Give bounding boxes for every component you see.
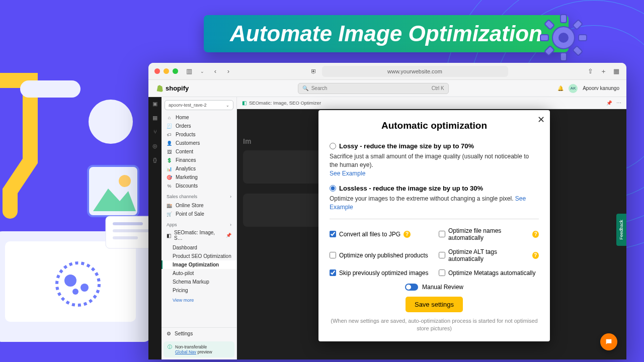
toggle-switch[interactable] xyxy=(405,284,418,291)
svg-point-3 xyxy=(64,275,76,287)
chevron-right-icon[interactable]: › xyxy=(230,194,231,199)
sidebar-item-products[interactable]: 🏷Products xyxy=(162,130,236,139)
svg-rect-6 xyxy=(88,166,138,216)
chat-button[interactable] xyxy=(600,333,617,350)
svg-rect-8 xyxy=(20,80,80,98)
svg-point-2 xyxy=(57,263,99,305)
user-name[interactable]: Apoorv kanungo xyxy=(583,85,619,91)
help-icon[interactable]: ? xyxy=(404,231,411,238)
divider xyxy=(330,219,539,219)
gear-icon: ⚙ xyxy=(167,331,171,336)
help-icon[interactable]: ? xyxy=(532,231,539,238)
app-canvas: Im ✕ Automatic optimization Lossy - redu… xyxy=(237,109,626,359)
sidebar-app-pinned[interactable]: ◧ SEOmatic: Image, S… 📌 xyxy=(162,228,236,242)
chevron-down-icon: ⌄ xyxy=(226,103,229,108)
check-alt-tags[interactable]: Optimize ALT tags automatically? xyxy=(439,248,539,262)
svg-rect-1 xyxy=(5,241,136,322)
help-icon[interactable]: ? xyxy=(532,252,539,259)
rail-target-icon[interactable]: ◎ xyxy=(151,142,158,149)
option-lossy[interactable]: Lossy - reduce the image size by up to 7… xyxy=(330,142,539,177)
pin-icon[interactable]: 📌 xyxy=(226,233,231,238)
sidebar: apoorv-test_rave-2 ⌄ ⌂Home🧾Orders🏷Produc… xyxy=(162,97,237,359)
sidebar-item-content[interactable]: 🖼Content xyxy=(162,147,236,156)
radio-lossy[interactable] xyxy=(330,143,336,149)
icon-rail: ▣ ▦ ⑂ ◎ {} xyxy=(148,97,162,359)
modal-title: Automatic optimization xyxy=(330,120,539,131)
radio-lossless[interactable] xyxy=(330,185,336,192)
check-skip-optimized[interactable]: Skip previously optimized images xyxy=(330,269,430,277)
svg-point-7 xyxy=(119,175,131,187)
sidebar-item-customers[interactable]: 👤Customers xyxy=(162,139,236,147)
shield-icon[interactable]: ⛨ xyxy=(311,68,317,75)
search-icon: 🔍 xyxy=(302,85,308,91)
sales-channels-header: Sales channels xyxy=(167,194,197,199)
sidebar-item-orders[interactable]: 🧾Orders xyxy=(162,122,236,130)
option-lossless[interactable]: Lossless - reduce the image size by up t… xyxy=(330,185,539,212)
more-icon[interactable]: ⋯ xyxy=(616,100,621,106)
view-more-link[interactable]: View more xyxy=(162,296,236,305)
close-icon[interactable]: ✕ xyxy=(537,114,545,125)
sidebar-item-product-seo-optimization[interactable]: Product SEO Optimization xyxy=(162,252,236,260)
sidebar-item-pricing[interactable]: Pricing xyxy=(162,286,236,295)
hidden-heading: Im xyxy=(243,137,251,145)
back-icon[interactable]: ‹ xyxy=(211,67,219,75)
sidebar-item-online-store[interactable]: 🏬Online Store xyxy=(162,201,236,210)
rail-code-icon[interactable]: {} xyxy=(151,156,158,163)
sidebar-settings[interactable]: ⚙Settings xyxy=(162,327,236,339)
forward-icon[interactable]: › xyxy=(224,67,232,75)
check-convert-jpg[interactable]: Convert all files to JPG? xyxy=(330,227,430,241)
svg-rect-18 xyxy=(540,35,548,41)
shopify-logo[interactable]: shopify xyxy=(155,84,189,93)
sidebar-item-discounts[interactable]: %Discounts xyxy=(162,182,236,190)
svg-rect-13 xyxy=(113,236,138,239)
traffic-lights[interactable] xyxy=(154,68,178,74)
check-filenames[interactable]: Optimize file names automatically? xyxy=(439,227,539,241)
breadcrumb: ◧ SEOmatic: Image, SEO Optimizer 📌 ⋯ xyxy=(237,97,626,109)
chevron-down-icon[interactable]: ⌄ xyxy=(198,67,206,75)
banner-title: Automate Image Optimization xyxy=(230,21,542,46)
svg-rect-23 xyxy=(573,46,583,56)
sidebar-toggle-icon[interactable]: ▥ xyxy=(185,67,193,75)
feedback-tab[interactable]: Feedback xyxy=(616,214,626,246)
sidebar-item-auto-pilot[interactable]: Auto-pilot xyxy=(162,269,236,278)
svg-rect-20 xyxy=(544,20,554,30)
svg-point-9 xyxy=(89,100,133,144)
manual-review-row[interactable]: Manual Review xyxy=(330,284,539,291)
rail-grid-icon[interactable]: ▦ xyxy=(151,114,158,121)
rail-branch-icon[interactable]: ⑂ xyxy=(151,128,158,135)
share-icon[interactable]: ⇧ xyxy=(586,67,594,75)
pin-icon[interactable]: 📌 xyxy=(606,100,612,106)
content-area: ◧ SEOmatic: Image, SEO Optimizer 📌 ⋯ Im … xyxy=(237,97,626,359)
app-badge-icon: ◧ xyxy=(242,100,247,106)
promo-link[interactable]: Global Nav xyxy=(175,349,196,354)
new-tab-icon[interactable]: ＋ xyxy=(599,67,607,75)
sidebar-item-home[interactable]: ⌂Home xyxy=(162,113,236,122)
see-example-link[interactable]: See Example xyxy=(330,170,365,177)
check-published-only[interactable]: Optimize only published products xyxy=(330,248,430,262)
svg-rect-0 xyxy=(0,231,151,342)
sidebar-item-marketing[interactable]: 🎯Marketing xyxy=(162,173,236,182)
url-bar[interactable]: www.yourwebsite.com xyxy=(322,66,508,77)
sidebar-item-analytics[interactable]: 📊Analytics xyxy=(162,164,236,173)
store-selector[interactable]: apoorv-test_rave-2 ⌄ xyxy=(165,100,233,110)
svg-rect-22 xyxy=(544,46,554,56)
sidebar-item-finances[interactable]: 💲Finances xyxy=(162,156,236,164)
bell-icon[interactable]: 🔔 xyxy=(557,85,564,91)
browser-window: ▥ ⌄ ‹ › ⛨ www.yourwebsite.com ⇧ ＋ ▦ shop… xyxy=(148,63,626,359)
rail-store-icon[interactable]: ▣ xyxy=(151,100,158,107)
check-metatags[interactable]: Optimize Metatags automatically xyxy=(439,269,539,277)
search-input[interactable]: 🔍 Search Ctrl K xyxy=(298,83,449,94)
sidebar-item-schema-markup[interactable]: Schema Markup xyxy=(162,278,236,286)
tabs-icon[interactable]: ▦ xyxy=(612,67,620,75)
sidebar-item-image-optimization[interactable]: Image Optimization xyxy=(162,260,236,269)
app-icon: ◧ xyxy=(167,233,171,238)
sidebar-item-dashboard[interactable]: Dashboard xyxy=(162,243,236,252)
info-icon: ⓘ xyxy=(168,344,172,354)
svg-rect-21 xyxy=(573,20,583,30)
chevron-right-icon[interactable]: › xyxy=(230,222,231,227)
sidebar-item-point-of-sale[interactable]: 🛒Point of Sale xyxy=(162,210,236,218)
avatar[interactable]: AK xyxy=(569,84,578,93)
svg-rect-17 xyxy=(560,53,567,61)
optimization-modal: ✕ Automatic optimization Lossy - reduce … xyxy=(318,110,550,341)
save-button[interactable]: Save settings xyxy=(406,297,463,312)
